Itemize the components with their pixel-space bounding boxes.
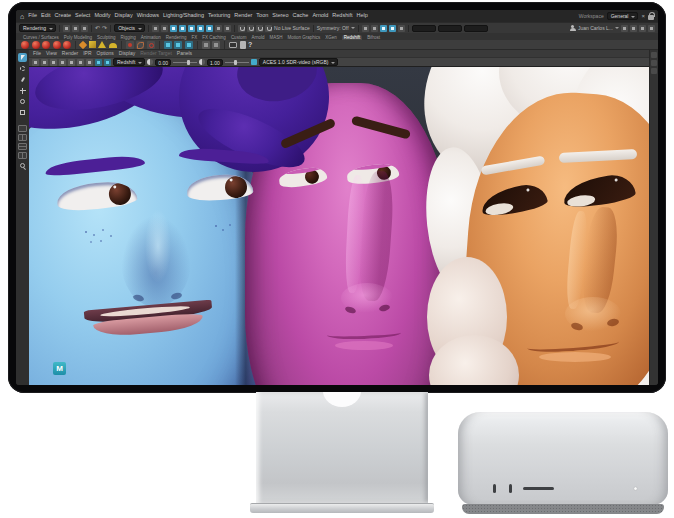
shelf-tab-bifrost[interactable]: Bifrost [367, 36, 380, 41]
menu-render[interactable]: Render [234, 13, 252, 19]
light-editor-icon[interactable] [398, 25, 405, 32]
menu-cache[interactable]: Cache [292, 13, 308, 19]
sidebar-tool-settings-icon[interactable] [630, 25, 637, 32]
shelf-tab-animation[interactable]: Animation [141, 36, 161, 41]
menu-windows[interactable]: Windows [137, 13, 159, 19]
colorspace-dropdown[interactable]: ACES 1.0 SDR-video (sRGB) [259, 58, 339, 66]
rv-remove-image-icon[interactable] [68, 59, 75, 66]
rv-menu-view[interactable]: View [46, 51, 57, 56]
rs-dome-light-icon[interactable] [109, 43, 117, 48]
attribute-editor-tab-icon[interactable] [651, 52, 657, 58]
workspace-close-icon[interactable]: × [641, 13, 645, 19]
menu-set-dropdown[interactable]: Rendering [19, 24, 56, 32]
menu-modify[interactable]: Modify [94, 13, 110, 19]
account-menu[interactable]: Juan Carlos L... [570, 25, 619, 32]
mask-dynamics-icon[interactable] [215, 25, 222, 32]
mask-handles-icon[interactable] [170, 25, 177, 32]
rs-material-sphere-icon[interactable] [53, 41, 61, 49]
shelf-tab-mash[interactable]: MASH [269, 36, 282, 41]
rs-material-sphere-icon[interactable] [42, 41, 50, 49]
rotate-tool-icon[interactable] [18, 97, 27, 106]
rv-snapshot-icon[interactable] [50, 59, 57, 66]
scale-tool-icon[interactable] [18, 108, 27, 117]
rs-light-icon[interactable] [126, 41, 134, 49]
exposure-slider[interactable] [173, 62, 197, 63]
redo-icon[interactable]: ↷ [102, 25, 107, 31]
select-hierarchy-icon[interactable] [152, 25, 159, 32]
menu-select[interactable]: Select [75, 13, 90, 19]
rs-physical-light-icon[interactable] [89, 41, 96, 48]
rs-render-settings-icon[interactable] [185, 41, 193, 49]
lasso-tool-icon[interactable] [18, 64, 27, 73]
shelf-tab-redshift[interactable]: Redshift [342, 35, 363, 41]
mask-joints-icon[interactable] [179, 25, 186, 32]
snap-curve-icon[interactable] [247, 25, 254, 32]
shelf-tab-rendering[interactable]: Rendering [166, 36, 187, 41]
ipr-render-icon[interactable] [371, 25, 378, 32]
menu-arnold[interactable]: Arnold [312, 13, 328, 19]
input-field-1[interactable] [412, 25, 436, 32]
rs-render-view-icon[interactable] [164, 41, 172, 49]
four-pane-layout-icon[interactable] [18, 152, 27, 159]
exposure-icon[interactable] [147, 59, 153, 65]
mask-deformers-icon[interactable] [206, 25, 213, 32]
zoom-layout-icon[interactable] [18, 161, 27, 170]
shelf-tab-custom[interactable]: Custom [231, 36, 247, 41]
hypershade-icon[interactable] [389, 25, 396, 32]
shelf-tab-rigging[interactable]: Rigging [121, 36, 136, 41]
sidebar-attribute-editor-icon[interactable] [621, 25, 628, 32]
rs-curve-tool-icon[interactable] [136, 41, 144, 49]
menu-file[interactable]: File [28, 13, 37, 19]
shelf-tab-fx[interactable]: FX [192, 36, 198, 41]
rs-monitor-icon[interactable] [229, 42, 237, 48]
rs-proxy-icon[interactable] [202, 41, 210, 49]
menu-edit[interactable]: Edit [41, 13, 50, 19]
rv-menu-panels[interactable]: Panels [177, 51, 192, 56]
exposure-value[interactable]: 0.00 [155, 59, 171, 66]
mask-curves-icon[interactable] [188, 25, 195, 32]
menu-redshift[interactable]: Redshift [332, 13, 352, 19]
render-frame-icon[interactable] [362, 25, 369, 32]
mask-rendering-icon[interactable] [224, 25, 231, 32]
workspace-dropdown[interactable]: General [607, 12, 639, 20]
menu-help[interactable]: Help [356, 13, 367, 19]
rv-keep-image-icon[interactable] [59, 59, 66, 66]
rs-spot-light-icon[interactable] [98, 41, 106, 48]
select-tool-icon[interactable] [18, 53, 27, 62]
shelf-tab-poly-modeling[interactable]: Poly Modeling [64, 36, 92, 41]
rs-material-sphere-icon[interactable] [32, 41, 40, 49]
channel-box-tab-icon[interactable] [651, 68, 657, 74]
file-save-icon[interactable] [81, 25, 88, 32]
gamma-slider[interactable] [225, 62, 249, 63]
live-surface-label[interactable]: No Live Surface [274, 26, 310, 31]
rv-menu-render[interactable]: Render [62, 51, 78, 56]
two-pane-horizontal-layout-icon[interactable] [18, 143, 27, 150]
rv-rs-ipr-icon[interactable] [104, 59, 111, 66]
undo-icon[interactable]: ↶ [95, 25, 100, 31]
shelf-tab-xgen[interactable]: XGen [325, 36, 337, 41]
select-object-icon[interactable] [161, 25, 168, 32]
menu-stereo[interactable]: Stereo [272, 13, 288, 19]
workspace-lock-icon[interactable] [648, 15, 654, 20]
file-open-icon[interactable] [72, 25, 79, 32]
shelf-tab-sculpting[interactable]: Sculpting [97, 36, 116, 41]
menu-display[interactable]: Display [115, 13, 133, 19]
symmetry-dropdown[interactable]: Symmetry: Off [317, 26, 349, 31]
snap-grid-icon[interactable] [238, 25, 245, 32]
rv-rs-settings-icon[interactable] [95, 59, 102, 66]
paint-select-tool-icon[interactable] [18, 75, 27, 84]
rv-rgb-channels-icon[interactable] [77, 59, 84, 66]
input-field-3[interactable] [464, 25, 488, 32]
snap-point-icon[interactable] [256, 25, 263, 32]
rv-menu-display[interactable]: Display [119, 51, 135, 56]
rv-menu-file[interactable]: File [33, 51, 41, 56]
gamma-icon[interactable] [199, 59, 205, 65]
renderer-dropdown[interactable]: Redshift [113, 58, 145, 66]
input-field-2[interactable] [438, 25, 462, 32]
rs-camera-icon[interactable] [212, 41, 220, 49]
shelf-tab-arnold[interactable]: Arnold [251, 36, 264, 41]
rv-ipr-icon[interactable] [41, 59, 48, 66]
rs-help-icon[interactable]: ? [248, 41, 252, 48]
menu-lighting-shading[interactable]: Lighting/Shading [163, 13, 204, 19]
rv-render-icon[interactable] [32, 59, 39, 66]
